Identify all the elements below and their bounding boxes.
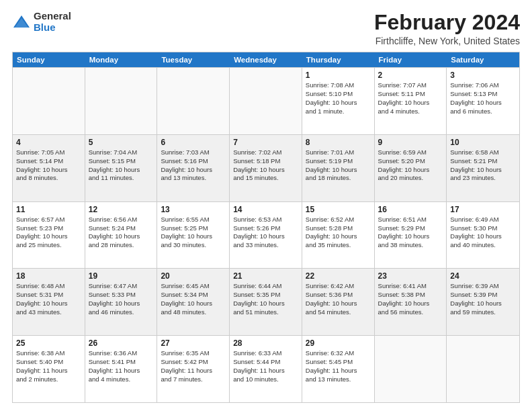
day-info: Sunrise: 7:05 AM Sunset: 5:14 PM Dayligh… bbox=[16, 148, 81, 183]
calendar-header-cell: Wednesday bbox=[230, 52, 302, 67]
logo-blue: Blue bbox=[34, 22, 71, 34]
day-info: Sunrise: 6:49 AM Sunset: 5:30 PM Dayligh… bbox=[450, 216, 516, 250]
calendar-cell bbox=[157, 68, 230, 134]
calendar-cell: 7Sunrise: 7:02 AM Sunset: 5:18 PM Daylig… bbox=[230, 135, 302, 201]
day-number: 22 bbox=[306, 271, 371, 281]
calendar-header: SundayMondayTuesdayWednesdayThursdayFrid… bbox=[13, 52, 519, 67]
calendar-cell: 5Sunrise: 7:04 AM Sunset: 5:15 PM Daylig… bbox=[85, 135, 158, 201]
calendar-cell: 13Sunrise: 6:55 AM Sunset: 5:25 PM Dayli… bbox=[157, 202, 230, 269]
calendar-cell: 19Sunrise: 6:47 AM Sunset: 5:33 PM Dayli… bbox=[85, 269, 158, 335]
logo: General Blue bbox=[12, 11, 71, 33]
day-number: 28 bbox=[233, 338, 298, 348]
day-number: 2 bbox=[378, 71, 443, 80]
day-info: Sunrise: 7:04 AM Sunset: 5:15 PM Dayligh… bbox=[89, 148, 154, 183]
day-info: Sunrise: 7:07 AM Sunset: 5:11 PM Dayligh… bbox=[378, 81, 443, 116]
calendar-cell: 14Sunrise: 6:53 AM Sunset: 5:26 PM Dayli… bbox=[230, 202, 302, 269]
calendar-cell: 21Sunrise: 6:44 AM Sunset: 5:35 PM Dayli… bbox=[230, 269, 302, 335]
calendar-cell: 6Sunrise: 7:03 AM Sunset: 5:16 PM Daylig… bbox=[157, 135, 230, 201]
day-info: Sunrise: 7:01 AM Sunset: 5:19 PM Dayligh… bbox=[306, 148, 371, 183]
day-number: 15 bbox=[306, 205, 371, 214]
calendar-cell: 25Sunrise: 6:38 AM Sunset: 5:40 PM Dayli… bbox=[13, 336, 85, 402]
calendar-cell: 8Sunrise: 7:01 AM Sunset: 5:19 PM Daylig… bbox=[302, 135, 375, 201]
calendar-header-cell: Sunday bbox=[13, 52, 85, 67]
calendar-cell: 16Sunrise: 6:51 AM Sunset: 5:29 PM Dayli… bbox=[375, 202, 447, 269]
calendar-row: 11Sunrise: 6:57 AM Sunset: 5:23 PM Dayli… bbox=[13, 201, 519, 269]
calendar-row: 4Sunrise: 7:05 AM Sunset: 5:14 PM Daylig… bbox=[13, 134, 519, 201]
calendar-cell: 23Sunrise: 6:41 AM Sunset: 5:38 PM Dayli… bbox=[375, 269, 447, 335]
calendar-cell: 12Sunrise: 6:56 AM Sunset: 5:24 PM Dayli… bbox=[85, 202, 158, 269]
day-number: 6 bbox=[161, 138, 226, 147]
day-info: Sunrise: 7:06 AM Sunset: 5:13 PM Dayligh… bbox=[450, 81, 516, 116]
calendar-cell: 24Sunrise: 6:39 AM Sunset: 5:39 PM Dayli… bbox=[447, 269, 519, 335]
day-number: 3 bbox=[450, 71, 516, 80]
day-info: Sunrise: 6:45 AM Sunset: 5:34 PM Dayligh… bbox=[161, 282, 226, 316]
calendar-row: 18Sunrise: 6:48 AM Sunset: 5:31 PM Dayli… bbox=[13, 268, 519, 335]
day-info: Sunrise: 6:51 AM Sunset: 5:29 PM Dayligh… bbox=[378, 216, 443, 250]
day-number: 21 bbox=[233, 271, 298, 281]
calendar-header-cell: Thursday bbox=[302, 52, 375, 67]
calendar-cell: 10Sunrise: 6:58 AM Sunset: 5:21 PM Dayli… bbox=[447, 135, 519, 201]
header: General Blue February 2024 Firthcliffe, … bbox=[12, 11, 520, 46]
logo-text: General Blue bbox=[34, 11, 71, 33]
day-number: 19 bbox=[89, 271, 154, 281]
calendar-cell: 18Sunrise: 6:48 AM Sunset: 5:31 PM Dayli… bbox=[13, 269, 85, 335]
day-info: Sunrise: 7:08 AM Sunset: 5:10 PM Dayligh… bbox=[306, 81, 371, 116]
main-title: February 2024 bbox=[374, 11, 520, 34]
day-number: 10 bbox=[450, 138, 516, 147]
day-info: Sunrise: 6:39 AM Sunset: 5:39 PM Dayligh… bbox=[450, 282, 516, 316]
day-number: 20 bbox=[161, 271, 226, 281]
day-number: 26 bbox=[89, 338, 154, 348]
day-number: 7 bbox=[233, 138, 298, 147]
calendar-cell: 20Sunrise: 6:45 AM Sunset: 5:34 PM Dayli… bbox=[157, 269, 230, 335]
calendar-cell: 1Sunrise: 7:08 AM Sunset: 5:10 PM Daylig… bbox=[302, 68, 375, 134]
day-info: Sunrise: 7:03 AM Sunset: 5:16 PM Dayligh… bbox=[161, 148, 226, 183]
day-info: Sunrise: 6:48 AM Sunset: 5:31 PM Dayligh… bbox=[16, 282, 81, 316]
logo-general: General bbox=[34, 11, 71, 22]
day-info: Sunrise: 6:53 AM Sunset: 5:26 PM Dayligh… bbox=[233, 216, 298, 250]
day-info: Sunrise: 6:36 AM Sunset: 5:41 PM Dayligh… bbox=[89, 349, 154, 383]
calendar-row: 25Sunrise: 6:38 AM Sunset: 5:40 PM Dayli… bbox=[13, 335, 519, 402]
day-info: Sunrise: 6:52 AM Sunset: 5:28 PM Dayligh… bbox=[306, 216, 371, 250]
day-number: 8 bbox=[306, 138, 371, 147]
day-number: 13 bbox=[161, 205, 226, 214]
calendar-cell: 17Sunrise: 6:49 AM Sunset: 5:30 PM Dayli… bbox=[447, 202, 519, 269]
calendar-header-cell: Friday bbox=[375, 52, 447, 67]
day-number: 14 bbox=[233, 205, 298, 214]
calendar-cell bbox=[375, 336, 447, 402]
calendar-body: 1Sunrise: 7:08 AM Sunset: 5:10 PM Daylig… bbox=[13, 67, 519, 402]
day-number: 29 bbox=[306, 338, 371, 348]
calendar-cell: 28Sunrise: 6:33 AM Sunset: 5:44 PM Dayli… bbox=[230, 336, 302, 402]
day-info: Sunrise: 6:59 AM Sunset: 5:20 PM Dayligh… bbox=[378, 148, 443, 183]
day-number: 27 bbox=[161, 338, 226, 348]
calendar-row: 1Sunrise: 7:08 AM Sunset: 5:10 PM Daylig… bbox=[13, 67, 519, 134]
day-info: Sunrise: 6:55 AM Sunset: 5:25 PM Dayligh… bbox=[161, 216, 226, 250]
calendar-cell: 15Sunrise: 6:52 AM Sunset: 5:28 PM Dayli… bbox=[302, 202, 375, 269]
day-number: 12 bbox=[89, 205, 154, 214]
day-number: 4 bbox=[16, 138, 81, 147]
calendar-header-cell: Tuesday bbox=[157, 52, 230, 67]
calendar-cell: 29Sunrise: 6:32 AM Sunset: 5:45 PM Dayli… bbox=[302, 336, 375, 402]
day-info: Sunrise: 6:33 AM Sunset: 5:44 PM Dayligh… bbox=[233, 349, 298, 383]
calendar-cell bbox=[230, 68, 302, 134]
calendar-cell bbox=[447, 336, 519, 402]
page: General Blue February 2024 Firthcliffe, … bbox=[0, 0, 532, 411]
day-number: 16 bbox=[378, 205, 443, 214]
day-info: Sunrise: 6:56 AM Sunset: 5:24 PM Dayligh… bbox=[89, 216, 154, 250]
day-info: Sunrise: 6:38 AM Sunset: 5:40 PM Dayligh… bbox=[16, 349, 81, 383]
calendar-cell: 4Sunrise: 7:05 AM Sunset: 5:14 PM Daylig… bbox=[13, 135, 85, 201]
day-info: Sunrise: 6:47 AM Sunset: 5:33 PM Dayligh… bbox=[89, 282, 154, 316]
day-number: 18 bbox=[16, 271, 81, 281]
calendar-cell: 11Sunrise: 6:57 AM Sunset: 5:23 PM Dayli… bbox=[13, 202, 85, 269]
day-info: Sunrise: 6:57 AM Sunset: 5:23 PM Dayligh… bbox=[16, 216, 81, 250]
calendar-header-cell: Saturday bbox=[447, 52, 519, 67]
calendar-cell bbox=[13, 68, 85, 134]
day-info: Sunrise: 6:44 AM Sunset: 5:35 PM Dayligh… bbox=[233, 282, 298, 316]
calendar: SundayMondayTuesdayWednesdayThursdayFrid… bbox=[12, 52, 520, 403]
calendar-cell: 27Sunrise: 6:35 AM Sunset: 5:42 PM Dayli… bbox=[157, 336, 230, 402]
day-info: Sunrise: 7:02 AM Sunset: 5:18 PM Dayligh… bbox=[233, 148, 298, 183]
calendar-cell: 3Sunrise: 7:06 AM Sunset: 5:13 PM Daylig… bbox=[447, 68, 519, 134]
calendar-cell: 26Sunrise: 6:36 AM Sunset: 5:41 PM Dayli… bbox=[85, 336, 158, 402]
calendar-cell: 2Sunrise: 7:07 AM Sunset: 5:11 PM Daylig… bbox=[375, 68, 447, 134]
day-info: Sunrise: 6:58 AM Sunset: 5:21 PM Dayligh… bbox=[450, 148, 516, 183]
logo-icon bbox=[12, 13, 31, 32]
